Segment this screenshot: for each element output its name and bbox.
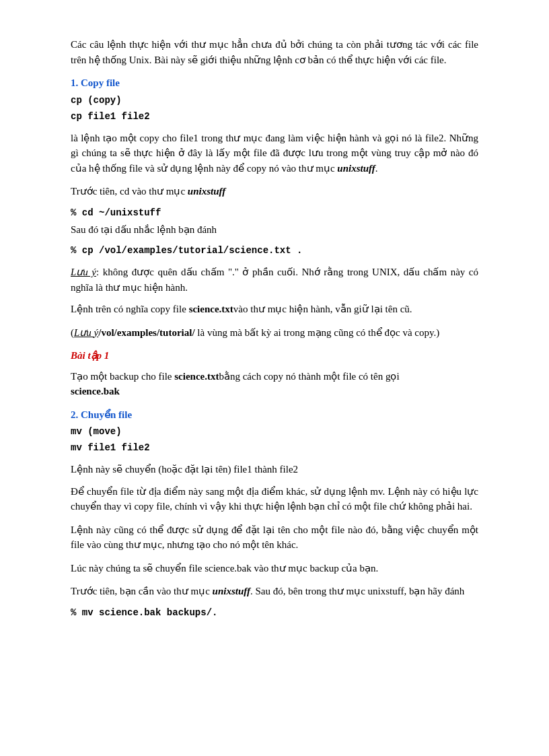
section1-copy-desc-text: Lệnh trên có nghĩa copy file: [71, 304, 189, 314]
section2-step1: Trước tiên, bạn cần vào thư mục unixstuf…: [71, 584, 478, 599]
cd-unixstuff-cmd: % cd ~/unixstuff: [71, 206, 478, 220]
cp-vol-cmd: % cp /vol/examples/tutorial/science.txt …: [71, 244, 478, 258]
exercise1-text1: Tạo một backup cho file: [71, 371, 174, 382]
section-copy-file: 1. Copy file cp (copy) cp file1 file2 là…: [71, 75, 478, 340]
section1-science-txt: science.txt: [189, 304, 233, 314]
section1-step1-text: Trước tiên, cd vào thư mục: [71, 186, 188, 197]
section1-step1: Trước tiên, cd vào thư mục unixstuff: [71, 184, 478, 199]
section2-step1-end: . Sau đó, bên trong thư mục unixstuff, b…: [250, 586, 464, 596]
section1-note-label: Lưu ý: [71, 267, 96, 277]
section2-heading: 2. Chuyển file: [71, 407, 478, 423]
exercise1-section: Bài tập 1 Tạo một backup cho file scienc…: [71, 348, 478, 399]
section1-desc1: là lệnh tạo một copy cho file1 trong thư…: [71, 131, 478, 176]
exercise1-text2: bằng cách copy nó thành một file có tên …: [219, 371, 399, 382]
section1-note2-text: là vùng mà bất kỳ ai trong mạng cũng có …: [195, 327, 440, 338]
mv-file1-file2-cmd: mv file1 file2: [71, 441, 478, 455]
cp-copy-cmd: cp (copy): [71, 94, 478, 108]
exercise1-science-txt: science.txt: [174, 371, 219, 382]
section1-note2: (Lưu ý/vol/examples/tutorial/ là vùng mà…: [71, 325, 478, 341]
exercise1-text: Tạo một backup cho file science.txtbằng …: [71, 369, 478, 399]
section1-heading: 1. Copy file: [71, 75, 478, 91]
mv-move-cmd: mv (move): [71, 425, 478, 439]
mv-science-bak-cmd: % mv science.bak backups/.: [71, 606, 478, 620]
section1-desc1-bold: unixstuff: [337, 163, 375, 174]
section1-step2: Sau đó tại dấu nhắc lệnh bạn đánh: [71, 222, 478, 238]
section2-desc4: Lúc này chúng ta sẽ chuyển file science.…: [71, 561, 478, 576]
section1-note-text: : không được quên dấu chấm "." ở phần cu…: [71, 267, 478, 293]
section2-desc3: Lệnh này cũng có thể được sử dụng để đặt…: [71, 522, 478, 553]
section2-desc1: Lệnh này sẽ chuyển (hoặc đặt lại tên) fi…: [71, 462, 478, 477]
section1-note2-label: Lưu ý: [74, 327, 98, 338]
section1-copy-desc-end: vào thư mục hiện hành, vẫn giữ lại tên c…: [233, 304, 412, 314]
section2-desc2: Để chuyển file từ địa điểm này sang một …: [71, 484, 478, 514]
section1-step1-bold: unixstuff: [188, 186, 225, 197]
section-move-file: 2. Chuyển file mv (move) mv file1 file2 …: [71, 407, 478, 620]
section1-note2-path: /vol/examples/tutorial/: [98, 327, 194, 338]
cp-file1-file2-cmd: cp file1 file2: [71, 110, 478, 124]
intro-paragraph: Các câu lệnh thực hiện với thư mục hẳn c…: [71, 37, 478, 67]
section1-desc1-end: .: [375, 163, 378, 174]
section1-desc1-text: là lệnh tạo một copy cho file1 trong thư…: [71, 133, 478, 174]
section2-step1-text: Trước tiên, bạn cần vào thư mục: [71, 586, 213, 596]
exercise1-heading: Bài tập 1: [71, 348, 478, 364]
exercise1-science-bak: science.bak: [71, 386, 120, 397]
section2-step1-bold: unixstuff: [213, 586, 250, 596]
section1-note: Lưu ý: không được quên dấu chấm "." ở ph…: [71, 265, 478, 295]
section1-copy-desc: Lệnh trên có nghĩa copy file science.txt…: [71, 302, 478, 317]
